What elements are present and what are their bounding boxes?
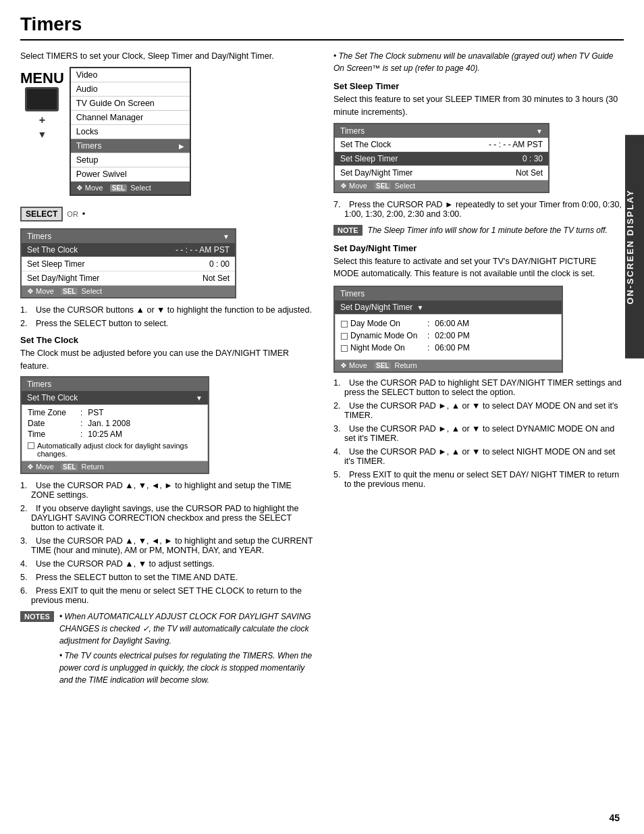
left-column: Select TIMERS to set your Clock, Sleep T…: [20, 50, 317, 692]
clock-nav: ❖ Move SEL Return: [22, 461, 208, 473]
daynight-step-4: 4. Use the CURSOR PAD ►, ▲ or ▼ to selec…: [333, 447, 624, 466]
sleep-submenu-row-sleep: Set Sleep Timer 0 : 30: [335, 152, 548, 166]
notes-box: NOTES • When AUTOMATICALLY ADJUST CLOCK …: [20, 610, 317, 686]
daynight-nav: ❖ Move SEL Return: [335, 360, 562, 371]
sleep-timer-heading: Set Sleep Timer: [333, 81, 624, 91]
dynamic-mode-checkbox: [341, 333, 348, 340]
sleep-note-text: The Sleep Timer info will show for 1 min…: [368, 224, 608, 236]
clock-body: Time Zone : PST Date : Jan. 1 2008 Time …: [22, 405, 208, 461]
clock-checkbox-row: Automatically adjust clock for daylight …: [28, 442, 202, 458]
tv-icon-area: + ▼: [20, 87, 64, 140]
intro-text: Select TIMERS to set your Clock, Sleep T…: [20, 50, 317, 63]
daynight-step-1: 1. Use the CURSOR PAD to highlight SET D…: [333, 378, 624, 397]
sel-badge: SEL Select: [110, 184, 151, 192]
step-2: 2. Press the SELECT button to select.: [20, 319, 317, 328]
daynight-steps: 1. Use the CURSOR PAD to highlight SET D…: [333, 378, 624, 489]
clock-step-6: 6. Press EXIT to quit the menu or select…: [20, 586, 317, 605]
daynight-row-night: Night Mode On : 06:00 PM: [341, 343, 556, 353]
sleep-submenu-row-daynight: Set Day/Night Timer Not Set: [335, 166, 548, 180]
night-mode-checkbox: [341, 345, 348, 352]
submenu-row-sleeptimer: Set Sleep Timer 0 : 00: [22, 257, 235, 271]
daynight-body: Day Mode On : 06:00 AM Dynamic Mode On :…: [335, 314, 562, 360]
timers-submenu-box: Timers Set The Clock - - : - - AM PST Se…: [20, 228, 236, 298]
daynight-step-3: 3. Use the CURSOR PAD ►, ▲ or ▼ to selec…: [333, 424, 624, 443]
page-number: 45: [609, 812, 620, 823]
daynight-box: Timers Set Day/Night Timer Day Mode On :…: [333, 286, 563, 373]
timers-submenu-arrow: [223, 232, 230, 241]
tv-plus: +: [39, 114, 45, 126]
menu-item-powerswivel: Power Swivel: [71, 167, 190, 182]
clock-header: Timers: [22, 377, 208, 391]
menu-item-tvguide: TV Guide On Screen: [71, 97, 190, 111]
day-mode-checkbox: [341, 321, 348, 328]
or-row-dot: •: [82, 209, 86, 219]
submenu-row-setclock: Set The Clock - - : - - AM PST: [22, 243, 235, 257]
daynight-subheader-arrow: [417, 303, 423, 312]
clock-subheader: Set The Clock: [22, 391, 208, 405]
vertical-label: ON-SCREEN DISPLAY: [625, 135, 644, 359]
menu-item-video: Video: [71, 68, 190, 82]
daynight-text: Select this feature to activate and set …: [333, 255, 624, 281]
daylight-checkbox: [28, 442, 34, 449]
notes-label: NOTES: [20, 611, 54, 622]
clock-step-3: 3. Use the CURSOR PAD ▲, ▼, ◄, ► to high…: [20, 536, 317, 555]
right-column: • The Set The Clock submenu will be unav…: [333, 50, 624, 692]
sleep-submenu-nav: ❖ Move SEL Select: [335, 180, 548, 192]
page-title: Timers: [20, 14, 624, 41]
clock-step-1: 1. Use the CURSOR PAD ▲, ▼, ◄, ► to high…: [20, 481, 317, 500]
step-1: 1. Use the CURSOR buttons ▲ or ▼ to high…: [20, 305, 317, 315]
daynight-row-dynamic: Dynamic Mode On : 02:00 PM: [341, 331, 556, 340]
clock-steps: 1. Use the CURSOR PAD ▲, ▼, ◄, ► to high…: [20, 481, 317, 605]
daynight-subheader: Set Day/Night Timer: [335, 301, 562, 314]
set-clock-text: The Clock must be adjusted before you ca…: [20, 347, 317, 373]
intro-steps: 1. Use the CURSOR buttons ▲ or ▼ to high…: [20, 305, 317, 328]
tv-body: [25, 87, 59, 111]
sleep-timer-header: Timers: [335, 124, 548, 138]
select-or-row: SELECT OR •: [20, 207, 317, 221]
notes-item-2: • The TV counts electrical pulses for re…: [59, 650, 317, 686]
sleep-submenu-row-setclock: Set The Clock - - : - - AM PST: [335, 138, 548, 152]
clock-box: Timers Set The Clock Time Zone : PST Dat…: [20, 376, 209, 474]
daynight-header: Timers: [335, 287, 562, 301]
timers-arrow: [179, 141, 184, 151]
menu-label-area: MENU + ▼: [20, 67, 64, 140]
clock-row-date: Date : Jan. 1 2008: [28, 419, 202, 428]
submenu-row-daynighttimer: Set Day/Night Timer Not Set: [22, 271, 235, 286]
clock-subheader-arrow: [196, 393, 203, 402]
menu-item-timers: Timers: [71, 139, 190, 153]
clock-row-timezone: Time Zone : PST: [28, 408, 202, 417]
menu-item-audio: Audio: [71, 82, 190, 97]
menu-item-channelmgr: Channel Manager: [71, 111, 190, 125]
clock-step-2: 2. If you observe daylight savings, use …: [20, 504, 317, 532]
select-button-icon: SELECT: [20, 207, 63, 221]
sleep-note-box: NOTE The Sleep Timer info will show for …: [333, 224, 624, 236]
clock-row-time: Time : 10:25 AM: [28, 429, 202, 439]
daynight-heading: Set Day/Night Timer: [333, 243, 624, 253]
or-label: OR: [67, 210, 78, 218]
note-label: NOTE: [333, 225, 363, 236]
daynight-row-day: Day Mode On : 06:00 AM: [341, 319, 556, 328]
timers-submenu-header: Timers: [22, 230, 235, 243]
menu-label: MENU: [20, 70, 64, 87]
sleep-timer-text: Select this feature to set your SLEEP TI…: [333, 93, 624, 119]
move-icon: ❖ Move: [76, 184, 103, 192]
notes-content: • When AUTOMATICALLY ADJUST CLOCK FOR DA…: [59, 610, 317, 686]
tv-down: ▼: [37, 129, 47, 140]
sleep-header-arrow: [536, 126, 543, 136]
menu-nav-row: ❖ Move SEL Select: [71, 182, 190, 194]
daynight-step-5: 5. Press EXIT to quit the menu or select…: [333, 470, 624, 489]
italic-note: • The Set The Clock submenu will be unav…: [333, 50, 624, 74]
notes-item-1: • When AUTOMATICALLY ADJUST CLOCK FOR DA…: [59, 610, 317, 647]
daynight-step-2: 2. Use the CURSOR PAD ►, ▲ or ▼ to selec…: [333, 401, 624, 420]
timers-submenu-nav: ❖ Move SEL Select: [22, 286, 235, 297]
menu-item-setup: Setup: [71, 153, 190, 167]
set-clock-heading: Set The Clock: [20, 335, 317, 345]
step-7: 7. Press the CURSOR PAD ► repeatedly to …: [333, 200, 624, 219]
clock-step-4: 4. Use the CURSOR PAD ▲, ▼ to adjust set…: [20, 559, 317, 569]
menu-box: Video Audio TV Guide On Screen Channel M…: [70, 67, 191, 196]
sleep-timer-box: Timers Set The Clock - - : - - AM PST Se…: [333, 123, 549, 193]
menu-diagram: MENU + ▼ Video Audio TV Guide On Screen …: [20, 67, 317, 196]
clock-step-5: 5. Press the SELECT button to set the TI…: [20, 573, 317, 582]
menu-item-locks: Locks: [71, 125, 190, 139]
